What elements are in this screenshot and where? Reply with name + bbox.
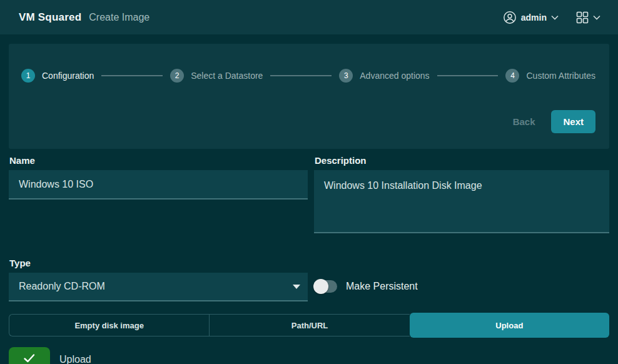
step-number-badge: 1 <box>21 69 35 83</box>
tab-path-url[interactable]: Path/URL <box>209 314 409 336</box>
step-label: Configuration <box>42 71 94 81</box>
make-persistent-label: Make Persistent <box>346 281 418 292</box>
description-input[interactable] <box>314 170 609 233</box>
step-number-badge: 4 <box>505 69 519 83</box>
step-connector <box>270 75 332 76</box>
upload-confirm-button[interactable] <box>9 347 50 364</box>
checkmark-icon <box>23 353 36 364</box>
caret-down-icon <box>293 285 300 289</box>
user-name: admin <box>521 13 547 23</box>
apps-menu[interactable] <box>576 11 600 24</box>
step-connector <box>437 75 499 76</box>
name-field-label: Name <box>9 155 308 166</box>
page-title: Create Image <box>89 12 149 23</box>
configuration-form: Name Description Type Readonly CD-ROM Ma… <box>0 149 618 301</box>
step-number-badge: 3 <box>339 69 353 83</box>
step-advanced-options[interactable]: 3 Advanced options <box>339 69 429 83</box>
image-source-tabs: Empty disk image Path/URL Upload <box>9 314 609 336</box>
chevron-down-icon <box>551 15 559 20</box>
type-field-label: Type <box>9 258 308 268</box>
step-number-badge: 2 <box>170 69 184 83</box>
step-label: Custom Attributes <box>526 71 595 81</box>
next-button[interactable]: Next <box>551 110 595 133</box>
upload-action-label: Upload <box>59 354 91 364</box>
step-connector <box>101 75 163 76</box>
type-select[interactable]: Readonly CD-ROM <box>9 273 308 301</box>
user-icon <box>503 11 517 24</box>
toggle-knob <box>313 279 328 294</box>
make-persistent-toggle[interactable] <box>314 280 337 293</box>
step-configuration[interactable]: 1 Configuration <box>21 69 94 83</box>
upload-action-row: Upload <box>9 347 609 364</box>
back-button[interactable]: Back <box>513 116 535 127</box>
step-label: Select a Datastore <box>191 71 263 81</box>
app-header: VM Squared Create Image admin <box>0 0 618 34</box>
tab-upload[interactable]: Upload <box>410 313 609 338</box>
stepper: 1 Configuration 2 Select a Datastore 3 A… <box>21 69 595 83</box>
type-select-value: Readonly CD-ROM <box>19 281 105 292</box>
step-custom-attributes[interactable]: 4 Custom Attributes <box>505 69 595 83</box>
grid-apps-icon <box>576 11 589 24</box>
chevron-down-icon <box>593 15 600 20</box>
name-input[interactable] <box>9 170 308 200</box>
step-select-datastore[interactable]: 2 Select a Datastore <box>170 69 263 83</box>
user-menu[interactable]: admin <box>503 11 559 24</box>
brand-title: VM Squared <box>19 11 81 24</box>
tab-empty-disk-image[interactable]: Empty disk image <box>9 314 209 336</box>
wizard-panel: 1 Configuration 2 Select a Datastore 3 A… <box>9 44 609 149</box>
description-field-label: Description <box>315 155 609 166</box>
wizard-actions: Back Next <box>21 110 595 133</box>
header-actions: admin <box>503 11 600 24</box>
step-label: Advanced options <box>360 71 429 81</box>
